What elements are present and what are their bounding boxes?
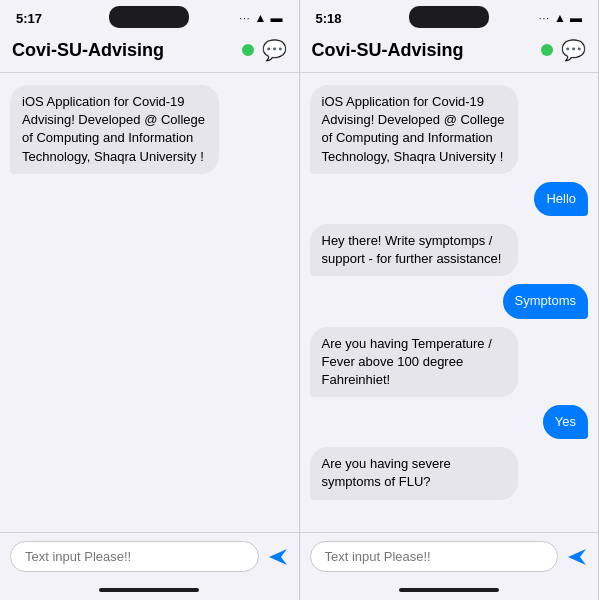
message-row-1: iOS Application for Covid-19 Advising! D… bbox=[10, 85, 289, 174]
dynamic-island-1 bbox=[109, 6, 189, 28]
chat-icon-2: 💬 bbox=[561, 38, 586, 62]
bubble-incoming-support: Hey there! Write symptomps / support - f… bbox=[310, 224, 519, 276]
bubble-incoming-welcome: iOS Application for Covid-19 Advising! D… bbox=[310, 85, 519, 174]
message-row-incoming-fever: Are you having Temperature / Fever above… bbox=[310, 327, 589, 398]
home-indicator-2 bbox=[300, 580, 599, 600]
send-button-2[interactable] bbox=[566, 546, 588, 568]
online-dot-2 bbox=[541, 44, 553, 56]
signal-icon-2: ··· bbox=[539, 13, 550, 24]
battery-icon-2: ▬ bbox=[570, 11, 582, 25]
bubble-incoming-fever: Are you having Temperature / Fever above… bbox=[310, 327, 519, 398]
nav-title-1: Covi-SU-Advising bbox=[12, 40, 234, 61]
bubble-incoming-1: iOS Application for Covid-19 Advising! D… bbox=[10, 85, 219, 174]
status-bar-1: 5:17 ··· ▲ ▬ bbox=[0, 0, 299, 32]
bubble-outgoing-symptoms: Symptoms bbox=[503, 284, 588, 318]
bubble-incoming-flu: Are you having severe symptoms of FLU? bbox=[310, 447, 519, 499]
bubble-outgoing-yes: Yes bbox=[543, 405, 588, 439]
input-bar-2 bbox=[300, 532, 599, 580]
bubble-outgoing-hello: Hello bbox=[534, 182, 588, 216]
home-indicator-1 bbox=[0, 580, 299, 600]
signal-icon-1: ··· bbox=[239, 13, 250, 24]
message-row-incoming-flu: Are you having severe symptoms of FLU? bbox=[310, 447, 589, 499]
text-input-1[interactable] bbox=[10, 541, 259, 572]
messages-1: iOS Application for Covid-19 Advising! D… bbox=[0, 73, 299, 532]
message-row-incoming-support: Hey there! Write symptomps / support - f… bbox=[310, 224, 589, 276]
dynamic-island-2 bbox=[409, 6, 489, 28]
phone-2: 5:18 ··· ▲ ▬ Covi-SU-Advising 💬 iOS Appl… bbox=[300, 0, 600, 600]
input-bar-1 bbox=[0, 532, 299, 580]
message-row-outgoing-symptoms: Symptoms bbox=[310, 284, 589, 318]
home-bar-2 bbox=[399, 588, 499, 592]
wifi-icon-1: ▲ bbox=[255, 11, 267, 25]
status-time-2: 5:18 bbox=[316, 11, 342, 26]
nav-title-2: Covi-SU-Advising bbox=[312, 40, 534, 61]
status-bar-2: 5:18 ··· ▲ ▬ bbox=[300, 0, 599, 32]
online-dot-1 bbox=[242, 44, 254, 56]
wifi-icon-2: ▲ bbox=[554, 11, 566, 25]
home-bar-1 bbox=[99, 588, 199, 592]
send-icon-2 bbox=[566, 546, 588, 568]
phone-1: 5:17 ··· ▲ ▬ Covi-SU-Advising 💬 iOS Appl… bbox=[0, 0, 300, 600]
message-row-incoming-1: iOS Application for Covid-19 Advising! D… bbox=[310, 85, 589, 174]
message-row-outgoing-yes: Yes bbox=[310, 405, 589, 439]
messages-2: iOS Application for Covid-19 Advising! D… bbox=[300, 73, 599, 532]
status-icons-1: ··· ▲ ▬ bbox=[239, 11, 282, 25]
send-button-1[interactable] bbox=[267, 546, 289, 568]
status-icons-2: ··· ▲ ▬ bbox=[539, 11, 582, 25]
chat-icon-1: 💬 bbox=[262, 38, 287, 62]
message-row-outgoing-hello: Hello bbox=[310, 182, 589, 216]
nav-bar-2: Covi-SU-Advising 💬 bbox=[300, 32, 599, 73]
battery-icon-1: ▬ bbox=[271, 11, 283, 25]
text-input-2[interactable] bbox=[310, 541, 559, 572]
status-time-1: 5:17 bbox=[16, 11, 42, 26]
send-icon-1 bbox=[267, 546, 289, 568]
nav-bar-1: Covi-SU-Advising 💬 bbox=[0, 32, 299, 73]
